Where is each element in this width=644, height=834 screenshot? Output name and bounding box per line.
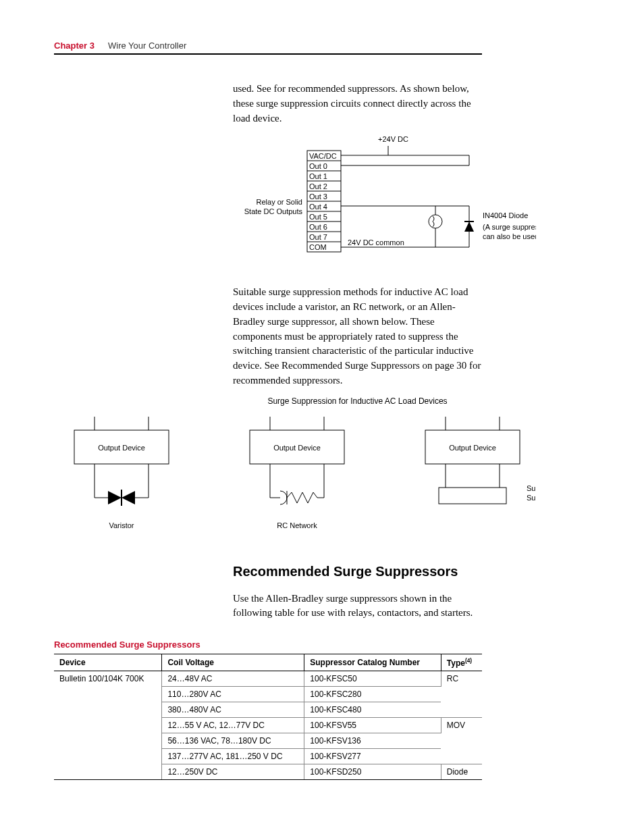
svg-text:Out 2: Out 2 — [309, 182, 327, 190]
cell-type-diode: Diode — [441, 764, 482, 780]
col-type: Type(4) — [441, 654, 482, 671]
col-device: Device — [54, 654, 162, 671]
rc-network-block: Output Device RC Network — [250, 417, 344, 529]
label-diode-note2: can also be used.) — [483, 232, 536, 240]
dc-output-diagram: +24V DC Relay or Solid State DC Outputs … — [233, 134, 482, 271]
svg-text:VAC/DC: VAC/DC — [309, 152, 337, 160]
table-title: Recommended Surge Suppressors — [54, 640, 482, 650]
label-diode-note1: (A surge suppressor — [483, 223, 536, 231]
svg-text:Out 1: Out 1 — [309, 172, 327, 180]
chapter-label: Chapter 3 — [54, 41, 95, 51]
diode-icon — [435, 206, 474, 247]
label-diode: IN4004 Diode — [483, 211, 528, 219]
cell-device: Bulletin 100/104K 700K — [54, 671, 162, 780]
col-coil: Coil Voltage — [162, 654, 304, 671]
svg-rect-62 — [439, 488, 506, 504]
label-24vdc: +24V DC — [378, 135, 408, 143]
svg-text:Out 3: Out 3 — [309, 192, 327, 201]
svg-text:Surge: Surge — [527, 484, 536, 492]
terminal-block: VAC/DC Out 0 Out 1 Out 2 Out 3 Out 4 Out… — [307, 151, 341, 252]
chapter-title: Wire Your Controller — [108, 41, 186, 51]
paragraph-1: used. See for recommended suppressors. A… — [233, 82, 482, 126]
label-relay: Relay or Solid — [257, 198, 302, 206]
svg-marker-32 — [464, 221, 474, 232]
svg-text:Suppressor: Suppressor — [527, 494, 536, 502]
svg-text:Output Device: Output Device — [273, 444, 321, 452]
svg-text:Output Device: Output Device — [449, 444, 496, 452]
svg-text:Out 4: Out 4 — [309, 203, 327, 211]
load-coil-icon — [429, 215, 442, 228]
ac-load-diagram: Output Device Varistor Output Device RC … — [54, 410, 482, 541]
svg-text:Varistor: Varistor — [109, 521, 134, 529]
svg-text:Out 0: Out 0 — [309, 162, 327, 170]
diagram2-caption: Surge Suppression for Inductive AC Load … — [233, 396, 482, 406]
table-row: Bulletin 100/104K 700K 24…48V AC 100-KFS… — [54, 671, 482, 687]
svg-text:COM: COM — [309, 243, 327, 251]
paragraph-3: Use the Allen-Bradley surge suppressors … — [233, 592, 482, 621]
page-header: Chapter 3 Wire Your Controller — [54, 41, 482, 55]
svg-point-24 — [429, 215, 442, 228]
svg-marker-42 — [108, 491, 122, 504]
label-state: State DC Outputs — [244, 207, 303, 215]
cell-type-mov: MOV — [441, 718, 482, 764]
section-heading: Recommended Surge Suppressors — [233, 564, 482, 579]
svg-text:Out 5: Out 5 — [309, 213, 327, 221]
svg-text:RC Network: RC Network — [277, 521, 317, 529]
cell-type-rc: RC — [441, 671, 482, 718]
label-common: 24V DC common — [348, 238, 404, 246]
svg-text:Out 6: Out 6 — [309, 223, 327, 231]
svg-marker-43 — [122, 491, 135, 504]
svg-text:Out 7: Out 7 — [309, 233, 327, 241]
varistor-block: Output Device Varistor — [74, 417, 169, 529]
suppressors-table: Device Coil Voltage Suppressor Catalog N… — [54, 654, 482, 780]
paragraph-2: Suitable surge suppression methods for i… — [233, 285, 482, 388]
svg-text:Output Device: Output Device — [98, 444, 145, 452]
surge-suppressor-block: Output Device Surge Suppressor — [425, 417, 536, 504]
col-catalog: Suppressor Catalog Number — [304, 654, 441, 671]
